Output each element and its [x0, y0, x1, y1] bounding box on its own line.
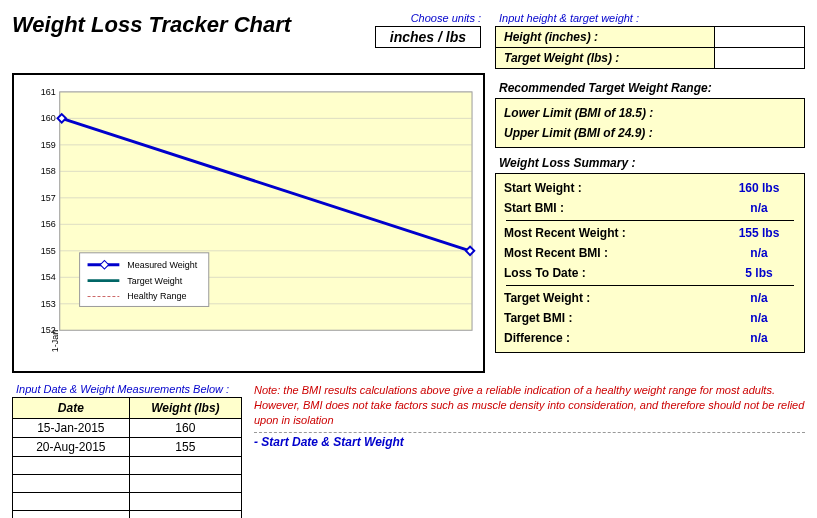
- diff-value: n/a: [714, 328, 804, 348]
- table-row: [13, 457, 242, 475]
- svg-text:156: 156: [41, 219, 56, 229]
- date-cell[interactable]: 15-Jan-2015: [13, 419, 130, 438]
- table-row: 20-Aug-2015155: [13, 438, 242, 457]
- svg-text:159: 159: [41, 140, 56, 150]
- units-hint: Choose units :: [411, 12, 481, 24]
- range-header: Recommended Target Weight Range:: [499, 81, 805, 95]
- date-cell[interactable]: 20-Aug-2015: [13, 438, 130, 457]
- tgt-bmi-label: Target BMI :: [496, 308, 714, 328]
- units-selector[interactable]: inches / lbs: [375, 26, 481, 48]
- svg-text:161: 161: [41, 87, 56, 97]
- upper-limit-label: Upper Limit (BMI of 24.9) :: [496, 123, 714, 143]
- measurements-table: Date Weight (lbs) 15-Jan-201516020-Aug-2…: [12, 397, 242, 518]
- table-row: [13, 493, 242, 511]
- bmi-note: Note: the BMI results calculations above…: [254, 383, 805, 428]
- svg-text:153: 153: [41, 299, 56, 309]
- start-bmi-value: n/a: [714, 198, 804, 218]
- loss-label: Loss To Date :: [496, 263, 714, 283]
- target-weight-input[interactable]: [714, 48, 804, 68]
- weight-cell[interactable]: [129, 493, 241, 511]
- start-weight-value: 160 lbs: [714, 178, 804, 198]
- start-weight-label: Start Weight :: [496, 178, 714, 198]
- col-date: Date: [13, 398, 130, 419]
- lower-limit-value: [714, 103, 804, 123]
- height-label: Height (inches) :: [496, 27, 714, 47]
- weight-cell[interactable]: [129, 457, 241, 475]
- svg-text:1-Jan: 1-Jan: [50, 330, 60, 352]
- tgt-weight-value: n/a: [714, 288, 804, 308]
- height-input[interactable]: [714, 27, 804, 47]
- weight-chart: 152153154155156157158159160161 1-Jan Mea…: [12, 73, 485, 373]
- weight-cell[interactable]: 160: [129, 419, 241, 438]
- date-cell[interactable]: [13, 475, 130, 493]
- svg-text:155: 155: [41, 246, 56, 256]
- svg-text:154: 154: [41, 272, 56, 282]
- tgt-bmi-value: n/a: [714, 308, 804, 328]
- height-target-hint: Input height & target weight :: [499, 12, 805, 24]
- upper-limit-value: [714, 123, 804, 143]
- table-row: 15-Jan-2015160: [13, 419, 242, 438]
- summary-header: Weight Loss Summary :: [499, 156, 805, 170]
- table-row: [13, 475, 242, 493]
- diff-label: Difference :: [496, 328, 714, 348]
- svg-text:Healthy Range: Healthy Range: [127, 291, 186, 301]
- target-weight-label: Target Weight (lbs) :: [496, 48, 714, 68]
- start-bmi-label: Start BMI :: [496, 198, 714, 218]
- table-row: [13, 511, 242, 519]
- recent-bmi-value: n/a: [714, 243, 804, 263]
- date-cell[interactable]: [13, 457, 130, 475]
- col-weight: Weight (lbs): [129, 398, 241, 419]
- recent-weight-label: Most Recent Weight :: [496, 223, 714, 243]
- page-title: Weight Loss Tracker Chart: [12, 12, 367, 38]
- lower-limit-label: Lower Limit (BMI of 18.5) :: [496, 103, 714, 123]
- date-cell[interactable]: [13, 493, 130, 511]
- weight-cell[interactable]: [129, 511, 241, 519]
- recent-bmi-label: Most Recent BMI :: [496, 243, 714, 263]
- weight-cell[interactable]: 155: [129, 438, 241, 457]
- input-hint: Input Date & Weight Measurements Below :: [16, 383, 242, 395]
- svg-text:Target Weight: Target Weight: [127, 276, 182, 286]
- svg-text:158: 158: [41, 166, 56, 176]
- tgt-weight-label: Target Weight :: [496, 288, 714, 308]
- svg-text:157: 157: [41, 193, 56, 203]
- recent-weight-value: 155 lbs: [714, 223, 804, 243]
- weight-cell[interactable]: [129, 475, 241, 493]
- loss-value: 5 lbs: [714, 263, 804, 283]
- start-date-marker: - Start Date & Start Weight: [254, 432, 805, 449]
- svg-text:Measured Weight: Measured Weight: [127, 260, 197, 270]
- svg-text:160: 160: [41, 113, 56, 123]
- date-cell[interactable]: [13, 511, 130, 519]
